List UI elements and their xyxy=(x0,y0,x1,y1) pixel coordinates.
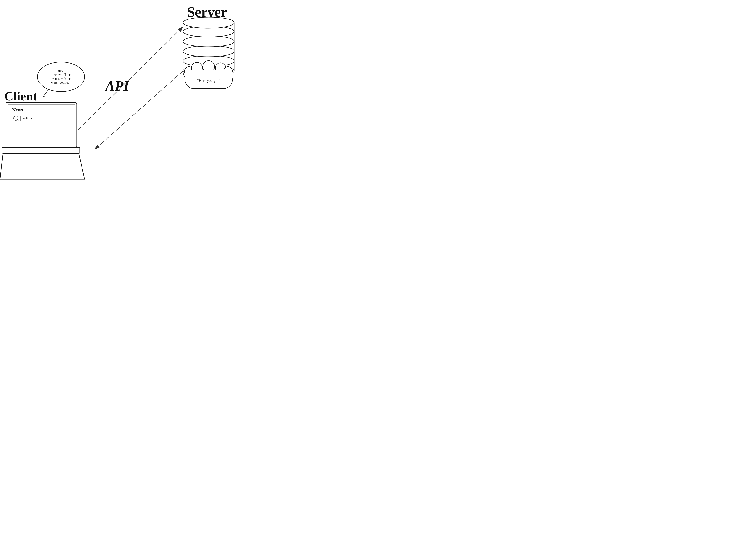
svg-point-20 xyxy=(37,62,85,92)
svg-rect-36 xyxy=(2,148,80,153)
speech-client-line1: Hey! xyxy=(58,69,64,72)
svg-point-33 xyxy=(14,116,18,120)
svg-line-30 xyxy=(183,73,185,78)
svg-point-7 xyxy=(183,36,234,47)
svg-line-22 xyxy=(43,96,50,96)
speech-client-line2: Retrieve all the xyxy=(51,73,71,76)
svg-line-21 xyxy=(43,89,49,96)
client-label: Client xyxy=(4,89,37,103)
svg-marker-19 xyxy=(95,145,100,150)
speech-server-text: "Here you go!" xyxy=(197,78,220,83)
laptop-screen-title: News xyxy=(12,107,23,112)
api-label: API xyxy=(105,78,130,94)
svg-line-16 xyxy=(78,27,183,130)
svg-marker-92 xyxy=(0,154,85,179)
speech-client-line4: word "politics." xyxy=(51,81,71,84)
speech-client-line3: results with the xyxy=(51,77,71,80)
svg-point-4 xyxy=(183,46,234,57)
diagram: Server API Client xyxy=(0,0,252,183)
svg-point-13 xyxy=(183,17,234,28)
svg-marker-17 xyxy=(178,27,183,32)
search-input-value: Politics xyxy=(23,117,32,120)
